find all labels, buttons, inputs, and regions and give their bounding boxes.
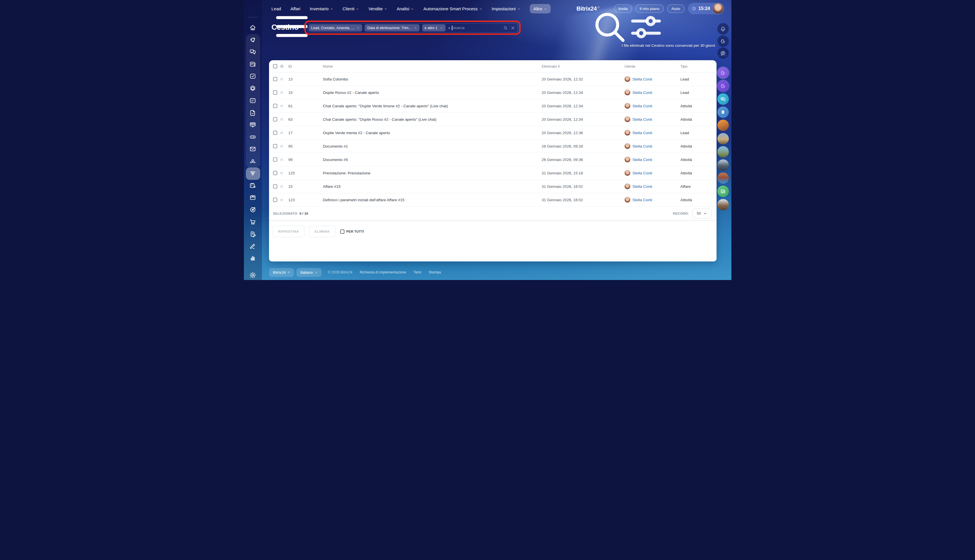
row-name[interactable]: Prenotazione: Prenotazione <box>323 171 371 175</box>
sidebar-item-sign-pen[interactable] <box>249 242 257 250</box>
row-user[interactable]: Stella Conti <box>624 76 652 82</box>
avatar[interactable] <box>624 157 630 162</box>
row-name[interactable]: Ospite Rosso #2 - Canale aperto <box>323 90 379 95</box>
row-checkbox[interactable] <box>273 184 277 189</box>
avatar[interactable] <box>718 146 729 158</box>
sidebar-item-crm-funnel[interactable] <box>249 170 257 177</box>
row-name[interactable]: Ospite Verde menta #2 - Canale aperto <box>323 131 390 135</box>
filter-chip-more[interactable]: e altro 1 <box>422 24 446 32</box>
select-all-checkbox[interactable] <box>273 64 277 68</box>
chat-lines-button[interactable] <box>718 93 729 105</box>
copilot-button[interactable] <box>718 67 729 78</box>
copilot-button[interactable] <box>718 80 729 92</box>
news-button[interactable] <box>718 185 729 197</box>
row-drag-handle-icon[interactable] <box>280 90 284 95</box>
row-drag-handle-icon[interactable] <box>280 144 284 148</box>
row-name[interactable]: Chat Canale aperto: "Ospite Verde limone… <box>323 104 448 108</box>
invite-button[interactable]: Invita <box>614 5 632 13</box>
remove-chip-icon[interactable] <box>357 27 359 29</box>
sidebar-item-planner[interactable] <box>249 182 257 189</box>
filter-chip-entity[interactable]: Lead, Contatto, Azienda, ... <box>309 24 362 32</box>
table-row[interactable]: 63 Chat Canale aperto: "Ospite Rosso #2 … <box>269 113 716 126</box>
language-selector[interactable]: Italiano <box>296 268 322 277</box>
delete-button[interactable]: ELIMINA <box>309 226 336 237</box>
user-link[interactable]: Stella Conti <box>633 158 652 162</box>
table-row[interactable]: 123 Definisci i parametri iniziali dell'… <box>269 193 716 207</box>
row-checkbox[interactable] <box>273 104 277 108</box>
row-checkbox[interactable] <box>273 158 277 162</box>
sliders-icon[interactable] <box>603 6 609 12</box>
filter-search-icon[interactable] <box>503 26 508 30</box>
remove-chip-icon[interactable] <box>414 27 417 29</box>
avatar[interactable] <box>624 183 630 189</box>
records-per-page-select[interactable]: 50 <box>693 208 711 218</box>
sidebar-item-tasks[interactable] <box>249 72 257 80</box>
row-drag-handle-icon[interactable] <box>280 184 284 189</box>
avatar[interactable] <box>624 143 630 149</box>
sidebar-item-people[interactable] <box>249 158 257 165</box>
user-link[interactable]: Stella Conti <box>633 90 652 95</box>
filter-clear-icon[interactable] <box>511 26 515 30</box>
table-row[interactable]: 95 Documento #1 26 Gennaio 2026, 09:28 S… <box>269 140 716 153</box>
table-row[interactable]: 13 Sofia Colombo 20 Gennaio 2026, 12:32 … <box>269 72 716 86</box>
row-name[interactable]: Affare #15 <box>323 184 341 189</box>
nav-item-automazione-smart-process[interactable]: Automazione Smart Process <box>423 6 482 11</box>
user-link[interactable]: Stella Conti <box>633 171 652 175</box>
row-user[interactable]: Stella Conti <box>624 117 652 122</box>
row-user[interactable]: Stella Conti <box>624 130 652 135</box>
avatar[interactable] <box>718 159 729 171</box>
column-header-user[interactable]: Utente <box>624 64 635 68</box>
sidebar-item-document[interactable] <box>249 109 257 117</box>
footer-brand-button[interactable]: Bitrix24 <box>269 268 294 277</box>
sidebar-item-settings-gear[interactable] <box>249 272 257 279</box>
sidebar-item-whiteboard[interactable] <box>249 121 257 128</box>
row-drag-handle-icon[interactable] <box>280 117 284 122</box>
row-user[interactable]: Stella Conti <box>624 143 652 149</box>
user-link[interactable]: Stella Conti <box>633 198 652 202</box>
user-link[interactable]: Stella Conti <box>633 184 652 189</box>
sidebar-item-drive[interactable] <box>249 133 257 141</box>
row-name[interactable]: Chat Canale aperto: "Ospite Rosso #2 - C… <box>323 117 437 122</box>
row-checkbox[interactable] <box>273 198 277 202</box>
row-checkbox[interactable] <box>273 117 277 122</box>
time-tracker[interactable]: 15:24 <box>688 3 724 14</box>
column-header-id[interactable]: ID <box>289 64 292 68</box>
row-user[interactable]: Stella Conti <box>624 197 652 203</box>
remove-chip-icon[interactable] <box>440 27 443 29</box>
bell-button[interactable] <box>718 23 729 35</box>
column-header-type[interactable]: Tipo <box>681 64 688 68</box>
row-drag-handle-icon[interactable] <box>280 131 284 135</box>
row-name[interactable]: Definisci i parametri iniziali dell'affa… <box>323 198 405 202</box>
sidebar-item-feed[interactable] <box>249 60 257 68</box>
sidebar-item-cart[interactable] <box>249 218 257 225</box>
avatar[interactable] <box>718 199 729 210</box>
row-checkbox[interactable] <box>273 77 277 81</box>
nav-item-altro[interactable]: Altro <box>530 4 551 13</box>
avatar[interactable] <box>624 197 630 203</box>
row-user[interactable]: Stella Conti <box>624 157 652 162</box>
sidebar-item-doc-sign[interactable] <box>249 230 257 238</box>
row-name[interactable]: Documento #1 <box>323 144 348 148</box>
column-header-name[interactable]: Nome <box>323 64 333 68</box>
footer-link-implementation[interactable]: Richiesta di implementazione <box>360 270 406 274</box>
for-all-checkbox[interactable] <box>340 230 344 234</box>
row-drag-handle-icon[interactable] <box>280 104 284 108</box>
row-checkbox[interactable] <box>273 131 277 135</box>
sidebar-item-mail[interactable] <box>249 145 257 153</box>
sidebar-item-archive[interactable] <box>249 194 257 201</box>
avatar[interactable] <box>624 170 630 176</box>
avatar[interactable] <box>718 120 729 131</box>
sidebar-item-home[interactable] <box>249 24 257 32</box>
nav-item-affari[interactable]: Affari <box>290 6 301 11</box>
user-link[interactable]: Stella Conti <box>633 77 652 81</box>
my-plan-button[interactable]: Il mio piano <box>635 5 664 13</box>
user-link[interactable]: Stella Conti <box>633 104 652 108</box>
chat-arrows-button[interactable] <box>718 47 729 59</box>
user-avatar[interactable] <box>713 3 723 14</box>
table-row[interactable]: 15 Ospite Rosso #2 - Canale aperto 20 Ge… <box>269 86 716 99</box>
sidebar-item-target[interactable] <box>249 206 257 213</box>
avatar[interactable] <box>624 130 630 135</box>
table-row[interactable]: 125 Prenotazione: Prenotazione 31 Gennai… <box>269 167 716 180</box>
restore-button[interactable]: RIPRISTINA <box>273 226 304 237</box>
table-row[interactable]: 17 Ospite Verde menta #2 - Canale aperto… <box>269 126 716 140</box>
